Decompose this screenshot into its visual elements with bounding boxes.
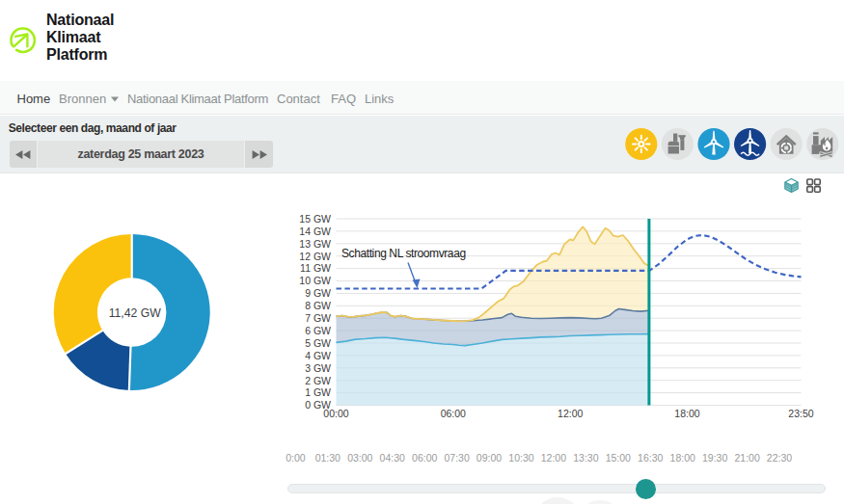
svg-text:5 GW: 5 GW: [305, 337, 331, 349]
svg-text:8 GW: 8 GW: [305, 300, 331, 311]
svg-text:14 GW: 14 GW: [299, 225, 331, 237]
svg-text:2 GW: 2 GW: [305, 375, 331, 386]
svg-text:9 GW: 9 GW: [305, 287, 331, 299]
svg-text:1 GW: 1 GW: [305, 386, 331, 398]
svg-text:23:50: 23:50: [788, 408, 813, 419]
svg-text:13 GW: 13 GW: [299, 238, 331, 250]
svg-text:11,42 GW: 11,42 GW: [109, 306, 161, 320]
svg-text:4 GW: 4 GW: [305, 350, 331, 361]
svg-text:18:00: 18:00: [674, 408, 699, 419]
svg-text:Schatting NL stroomvraag: Schatting NL stroomvraag: [341, 247, 466, 260]
svg-text:06:00: 06:00: [441, 408, 466, 419]
svg-text:15 GW: 15 GW: [299, 213, 331, 225]
svg-text:6 GW: 6 GW: [305, 325, 331, 336]
svg-text:10 GW: 10 GW: [299, 275, 331, 286]
svg-text:3 GW: 3 GW: [305, 362, 331, 374]
svg-text:12 GW: 12 GW: [299, 251, 331, 262]
svg-text:00:00: 00:00: [323, 408, 348, 419]
svg-text:7 GW: 7 GW: [305, 312, 331, 324]
svg-text:12:00: 12:00: [558, 408, 583, 419]
svg-text:11 GW: 11 GW: [300, 262, 331, 274]
